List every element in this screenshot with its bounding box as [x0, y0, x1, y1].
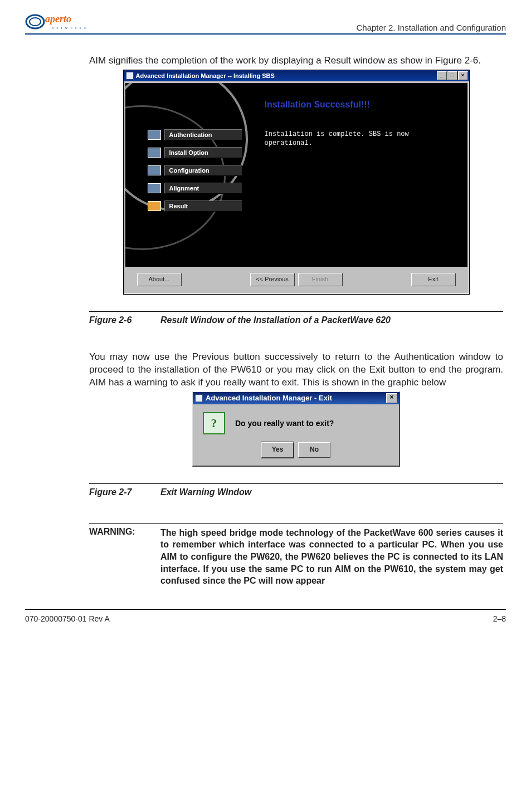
app-icon: [126, 72, 134, 80]
step-configuration: Configuration: [148, 163, 242, 178]
step-indicator-icon: [148, 165, 161, 175]
yes-button[interactable]: Yes: [261, 442, 294, 458]
close-button[interactable]: ×: [458, 71, 468, 80]
step-indicator-icon: [148, 201, 161, 211]
logo-subtext: n e t w o r k s: [52, 26, 87, 30]
chapter-title: Chapter 2. Installation and Configuratio…: [356, 23, 506, 32]
step-label: Result: [164, 200, 242, 212]
step-label: Authentication: [164, 129, 242, 140]
minimize-button[interactable]: _: [437, 71, 447, 80]
paragraph-intro: AIM signifies the completion of the work…: [89, 55, 503, 67]
step-label: Install Option: [164, 147, 242, 158]
figure-number: Figure 2-7: [89, 487, 160, 497]
page-header: aperto n e t w o r k s Chapter 2. Instal…: [25, 11, 506, 35]
figure-caption: Figure 2-6 Result Window of the Installa…: [89, 315, 503, 325]
step-result: Result: [148, 199, 242, 213]
close-button[interactable]: ×: [386, 393, 397, 403]
about-button[interactable]: About...: [137, 273, 182, 286]
previous-button[interactable]: << Previous: [250, 273, 295, 286]
svg-point-1: [30, 18, 41, 26]
figure-rule: [89, 311, 503, 312]
titlebar: Advanced Installation Manager - Exit ×: [193, 392, 399, 404]
result-headline: Installation Successful!!!: [265, 100, 457, 110]
step-indicator-icon: [148, 183, 161, 193]
exit-dialog: Advanced Installation Manager - Exit × ?…: [192, 392, 400, 467]
step-label: Alignment: [164, 183, 242, 194]
question-icon: ?: [203, 412, 225, 434]
figure-title: Result Window of the Installation of a P…: [160, 315, 391, 325]
exit-button[interactable]: Exit: [411, 273, 456, 286]
step-alignment: Alignment: [148, 181, 242, 195]
no-button[interactable]: No: [298, 442, 330, 458]
paragraph-followup: You may now use the Previous button succ…: [89, 351, 503, 389]
step-install-option: Install Option: [148, 145, 242, 160]
step-indicator-icon: [148, 148, 161, 158]
warning-block: WARNING: The high speed bridge mode tech…: [89, 527, 503, 587]
figure-number: Figure 2-6: [89, 315, 160, 325]
step-panel: Authentication Install Option Configurat…: [125, 83, 248, 267]
warning-rule: [89, 523, 503, 524]
step-indicator-icon: [148, 130, 161, 140]
maximize-button: □: [447, 71, 457, 80]
app-icon: [195, 394, 203, 402]
figure-title: Exit Warning WIndow: [160, 487, 251, 497]
warning-label: WARNING:: [89, 527, 160, 537]
step-authentication: Authentication: [148, 128, 242, 142]
dialog-message: Do you really want to exit?: [235, 419, 334, 428]
doc-id: 070-20000750-01 Rev A: [25, 614, 110, 623]
warning-text: The high speed bridge mode technology of…: [160, 527, 503, 587]
dialog-title: Advanced Installation Manager - Exit: [206, 394, 332, 402]
page-number: 2–8: [493, 614, 506, 623]
page-footer: 070-20000750-01 Rev A 2–8: [25, 609, 506, 623]
finish-button: Finish: [298, 273, 343, 286]
logo-text: aperto: [45, 13, 71, 25]
figure-caption: Figure 2-7 Exit Warning WIndow: [89, 487, 503, 497]
figure-rule: [89, 483, 503, 484]
installer-window: Advanced Installation Manager -- Install…: [123, 70, 470, 295]
step-label: Configuration: [164, 165, 242, 176]
titlebar: Advanced Installation Manager -- Install…: [124, 70, 469, 81]
logo: aperto n e t w o r k s: [25, 11, 92, 32]
window-title: Advanced Installation Manager -- Install…: [136, 72, 275, 79]
result-message: Installation is complete. SBS is now ope…: [265, 130, 457, 148]
svg-point-0: [26, 15, 44, 28]
